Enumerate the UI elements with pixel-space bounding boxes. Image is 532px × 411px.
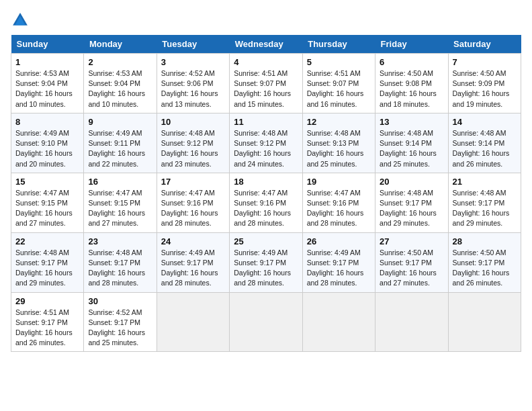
calendar-week-5: 29Sunrise: 4:51 AMSunset: 9:17 PMDayligh…	[11, 292, 521, 352]
day-info: Sunrise: 4:50 AMSunset: 9:09 PMDaylight:…	[453, 68, 517, 109]
day-number: 24	[161, 236, 225, 246]
calendar-cell: 14Sunrise: 4:48 AMSunset: 9:14 PMDayligh…	[448, 113, 521, 173]
logo-icon	[11, 11, 30, 30]
calendar-cell	[157, 292, 229, 352]
day-number: 6	[380, 57, 443, 67]
day-info: Sunrise: 4:49 AMSunset: 9:17 PMDaylight:…	[161, 248, 225, 289]
day-number: 26	[307, 236, 371, 246]
day-number: 10	[161, 117, 225, 127]
day-info: Sunrise: 4:48 AMSunset: 9:14 PMDaylight:…	[380, 128, 443, 169]
day-info: Sunrise: 4:51 AMSunset: 9:17 PMDaylight:…	[15, 308, 79, 349]
calendar-cell: 26Sunrise: 4:49 AMSunset: 9:17 PMDayligh…	[302, 232, 375, 292]
day-number: 14	[453, 117, 517, 127]
day-number: 23	[88, 236, 152, 246]
day-info: Sunrise: 4:48 AMSunset: 9:17 PMDaylight:…	[15, 248, 79, 289]
calendar-cell: 12Sunrise: 4:48 AMSunset: 9:13 PMDayligh…	[302, 113, 375, 173]
day-header-saturday: Saturday	[448, 35, 521, 54]
day-number: 28	[453, 236, 517, 246]
day-number: 29	[15, 296, 79, 306]
day-number: 13	[380, 117, 443, 127]
calendar-cell: 9Sunrise: 4:49 AMSunset: 9:11 PMDaylight…	[84, 113, 157, 173]
day-info: Sunrise: 4:48 AMSunset: 9:12 PMDaylight:…	[234, 128, 298, 169]
calendar-cell: 25Sunrise: 4:49 AMSunset: 9:17 PMDayligh…	[230, 232, 302, 292]
day-info: Sunrise: 4:47 AMSunset: 9:16 PMDaylight:…	[234, 188, 298, 229]
day-info: Sunrise: 4:49 AMSunset: 9:11 PMDaylight:…	[88, 128, 152, 169]
day-number: 16	[88, 177, 152, 187]
day-header-tuesday: Tuesday	[157, 35, 229, 54]
day-number: 30	[88, 296, 152, 306]
day-number: 12	[307, 117, 371, 127]
day-info: Sunrise: 4:48 AMSunset: 9:14 PMDaylight:…	[453, 128, 517, 169]
day-info: Sunrise: 4:50 AMSunset: 9:17 PMDaylight:…	[380, 248, 443, 289]
day-number: 18	[234, 177, 298, 187]
day-number: 19	[307, 177, 371, 187]
day-number: 17	[161, 177, 225, 187]
day-info: Sunrise: 4:49 AMSunset: 9:10 PMDaylight:…	[15, 128, 79, 169]
day-info: Sunrise: 4:48 AMSunset: 9:13 PMDaylight:…	[307, 128, 371, 169]
day-info: Sunrise: 4:50 AMSunset: 9:08 PMDaylight:…	[380, 68, 443, 109]
day-info: Sunrise: 4:53 AMSunset: 9:04 PMDaylight:…	[88, 68, 152, 109]
day-number: 3	[161, 57, 225, 67]
calendar-week-2: 8Sunrise: 4:49 AMSunset: 9:10 PMDaylight…	[11, 113, 521, 173]
logo	[11, 11, 32, 30]
calendar-cell: 23Sunrise: 4:48 AMSunset: 9:17 PMDayligh…	[84, 232, 157, 292]
day-number: 20	[380, 177, 443, 187]
calendar-cell: 11Sunrise: 4:48 AMSunset: 9:12 PMDayligh…	[230, 113, 302, 173]
calendar-cell: 10Sunrise: 4:48 AMSunset: 9:12 PMDayligh…	[157, 113, 229, 173]
day-number: 22	[15, 236, 79, 246]
day-info: Sunrise: 4:48 AMSunset: 9:12 PMDaylight:…	[161, 128, 225, 169]
calendar-cell: 13Sunrise: 4:48 AMSunset: 9:14 PMDayligh…	[375, 113, 448, 173]
calendar-week-1: 1Sunrise: 4:53 AMSunset: 9:04 PMDaylight…	[11, 54, 521, 113]
calendar-table: SundayMondayTuesdayWednesdayThursdayFrid…	[11, 35, 521, 352]
day-info: Sunrise: 4:48 AMSunset: 9:17 PMDaylight:…	[88, 248, 152, 289]
calendar-body: 1Sunrise: 4:53 AMSunset: 9:04 PMDaylight…	[11, 54, 521, 352]
calendar-cell: 30Sunrise: 4:52 AMSunset: 9:17 PMDayligh…	[84, 292, 157, 352]
day-number: 27	[380, 236, 443, 246]
calendar-cell	[302, 292, 375, 352]
calendar-cell: 1Sunrise: 4:53 AMSunset: 9:04 PMDaylight…	[11, 54, 84, 113]
calendar-cell: 29Sunrise: 4:51 AMSunset: 9:17 PMDayligh…	[11, 292, 84, 352]
day-info: Sunrise: 4:47 AMSunset: 9:16 PMDaylight:…	[307, 188, 371, 229]
calendar-cell: 16Sunrise: 4:47 AMSunset: 9:15 PMDayligh…	[84, 173, 157, 232]
day-info: Sunrise: 4:47 AMSunset: 9:15 PMDaylight:…	[88, 188, 152, 229]
day-info: Sunrise: 4:50 AMSunset: 9:17 PMDaylight:…	[453, 248, 517, 289]
day-number: 11	[234, 117, 298, 127]
day-info: Sunrise: 4:48 AMSunset: 9:17 PMDaylight:…	[453, 188, 517, 229]
day-number: 4	[234, 57, 298, 67]
day-number: 15	[15, 177, 79, 187]
calendar-week-3: 15Sunrise: 4:47 AMSunset: 9:15 PMDayligh…	[11, 173, 521, 232]
calendar-cell: 28Sunrise: 4:50 AMSunset: 9:17 PMDayligh…	[448, 232, 521, 292]
day-info: Sunrise: 4:49 AMSunset: 9:17 PMDaylight:…	[307, 248, 371, 289]
day-info: Sunrise: 4:51 AMSunset: 9:07 PMDaylight:…	[234, 68, 298, 109]
day-number: 7	[453, 57, 517, 67]
day-number: 9	[88, 117, 152, 127]
calendar-cell: 24Sunrise: 4:49 AMSunset: 9:17 PMDayligh…	[157, 232, 229, 292]
calendar-cell	[230, 292, 302, 352]
day-header-friday: Friday	[375, 35, 448, 54]
day-header-thursday: Thursday	[302, 35, 375, 54]
calendar-week-4: 22Sunrise: 4:48 AMSunset: 9:17 PMDayligh…	[11, 232, 521, 292]
day-info: Sunrise: 4:52 AMSunset: 9:06 PMDaylight:…	[161, 68, 225, 109]
day-info: Sunrise: 4:49 AMSunset: 9:17 PMDaylight:…	[234, 248, 298, 289]
day-info: Sunrise: 4:52 AMSunset: 9:17 PMDaylight:…	[88, 308, 152, 349]
day-info: Sunrise: 4:51 AMSunset: 9:07 PMDaylight:…	[307, 68, 371, 109]
calendar-cell: 2Sunrise: 4:53 AMSunset: 9:04 PMDaylight…	[84, 54, 157, 113]
calendar-cell: 8Sunrise: 4:49 AMSunset: 9:10 PMDaylight…	[11, 113, 84, 173]
day-number: 25	[234, 236, 298, 246]
day-number: 2	[88, 57, 152, 67]
calendar-cell: 20Sunrise: 4:48 AMSunset: 9:17 PMDayligh…	[375, 173, 448, 232]
calendar-cell: 6Sunrise: 4:50 AMSunset: 9:08 PMDaylight…	[375, 54, 448, 113]
calendar-cell: 21Sunrise: 4:48 AMSunset: 9:17 PMDayligh…	[448, 173, 521, 232]
calendar-cell: 15Sunrise: 4:47 AMSunset: 9:15 PMDayligh…	[11, 173, 84, 232]
calendar-cell	[448, 292, 521, 352]
day-info: Sunrise: 4:53 AMSunset: 9:04 PMDaylight:…	[15, 68, 79, 109]
day-header-sunday: Sunday	[11, 35, 84, 54]
calendar-cell: 18Sunrise: 4:47 AMSunset: 9:16 PMDayligh…	[230, 173, 302, 232]
calendar-cell: 17Sunrise: 4:47 AMSunset: 9:16 PMDayligh…	[157, 173, 229, 232]
day-number: 5	[307, 57, 371, 67]
day-info: Sunrise: 4:47 AMSunset: 9:16 PMDaylight:…	[161, 188, 225, 229]
day-number: 8	[15, 117, 79, 127]
day-info: Sunrise: 4:47 AMSunset: 9:15 PMDaylight:…	[15, 188, 79, 229]
calendar-header-row: SundayMondayTuesdayWednesdayThursdayFrid…	[11, 35, 521, 54]
calendar-cell	[375, 292, 448, 352]
